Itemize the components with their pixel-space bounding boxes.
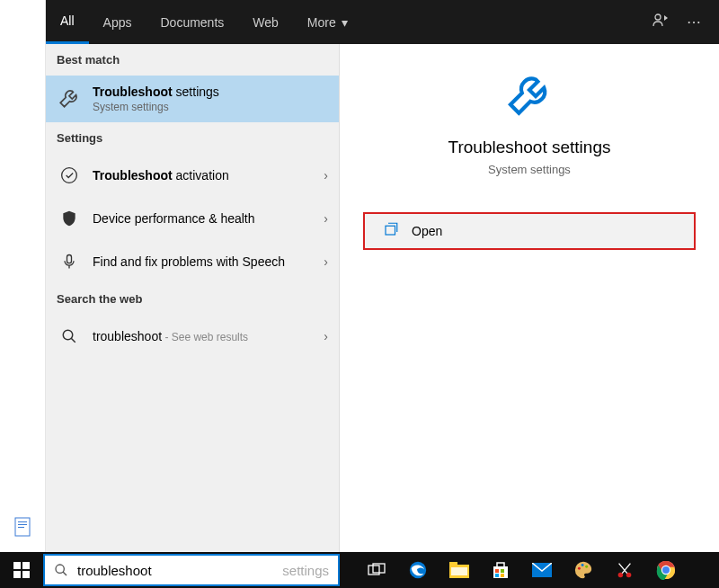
svg-rect-22	[495, 569, 499, 573]
wrench-icon	[57, 86, 82, 111]
svg-rect-9	[13, 562, 21, 569]
search-icon	[57, 324, 82, 349]
wrench-large-icon	[504, 71, 555, 121]
left-strip	[0, 0, 46, 552]
result-device-performance[interactable]: Device performance & health ›	[46, 197, 339, 240]
svg-point-13	[56, 565, 64, 573]
search-icon	[54, 563, 68, 577]
paint-icon[interactable]	[566, 552, 600, 588]
chevron-right-icon: ›	[324, 254, 328, 269]
detail-title: Troubleshoot settings	[448, 138, 611, 157]
open-action[interactable]: Open	[363, 212, 696, 250]
store-icon[interactable]	[484, 552, 518, 588]
result-web-troubleshoot[interactable]: troubleshoot - See web results ›	[46, 315, 339, 358]
section-settings: Settings	[46, 122, 339, 154]
search-hint: settings	[282, 563, 329, 578]
chevron-right-icon: ›	[324, 211, 328, 226]
result-speech-problems[interactable]: Find and fix problems with Speech ›	[46, 240, 339, 283]
chevron-right-icon: ›	[324, 329, 328, 343]
section-search-web: Search the web	[46, 283, 339, 315]
result-troubleshoot-settings[interactable]: Troubleshoot settings System settings	[46, 76, 339, 122]
taskbar-search-box[interactable]: settings	[43, 554, 340, 586]
svg-point-29	[585, 566, 588, 568]
svg-rect-25	[501, 574, 504, 577]
svg-rect-6	[67, 255, 72, 263]
svg-rect-21	[497, 563, 504, 567]
chevron-right-icon: ›	[324, 168, 328, 183]
svg-rect-12	[22, 571, 30, 578]
file-explorer-icon[interactable]	[442, 552, 476, 588]
svg-rect-10	[22, 562, 30, 569]
search-input[interactable]	[77, 563, 277, 578]
svg-rect-3	[18, 527, 24, 528]
detail-panel: Troubleshoot settings System settings Op…	[340, 44, 719, 552]
mail-icon[interactable]	[525, 552, 559, 588]
svg-point-5	[62, 168, 77, 183]
task-view-icon[interactable]	[360, 552, 394, 588]
edge-icon[interactable]	[401, 552, 435, 588]
more-options-icon[interactable]: ⋯	[687, 13, 701, 31]
svg-rect-11	[13, 571, 21, 578]
detail-subtitle: System settings	[488, 163, 571, 176]
svg-rect-2	[18, 524, 27, 525]
svg-rect-8	[386, 226, 395, 235]
tab-apps[interactable]: Apps	[89, 0, 146, 44]
chevron-down-icon: ▾	[342, 15, 348, 30]
open-label: Open	[412, 224, 442, 238]
section-best-match: Best match	[46, 44, 339, 76]
taskbar: settings	[0, 552, 719, 588]
microphone-icon	[57, 249, 82, 274]
snip-icon[interactable]	[608, 552, 642, 588]
search-results-panel: Best match Troubleshoot settings System …	[46, 44, 340, 552]
tab-more[interactable]: More ▾	[293, 0, 362, 44]
svg-rect-24	[495, 574, 499, 577]
shield-icon	[57, 206, 82, 231]
tab-all[interactable]: All	[46, 0, 89, 44]
open-icon	[383, 221, 399, 241]
tab-web[interactable]: Web	[238, 0, 293, 44]
result-troubleshoot-activation[interactable]: Troubleshoot activation ›	[46, 154, 339, 197]
svg-rect-18	[449, 562, 457, 566]
svg-rect-1	[18, 521, 27, 522]
chrome-icon[interactable]	[649, 552, 683, 588]
start-button[interactable]	[0, 552, 43, 588]
svg-point-28	[581, 564, 584, 566]
check-circle-icon	[57, 163, 82, 188]
svg-point-7	[63, 330, 73, 340]
document-icon	[8, 512, 37, 541]
svg-rect-19	[451, 567, 467, 575]
svg-point-4	[655, 14, 661, 20]
svg-point-27	[578, 567, 581, 570]
svg-rect-23	[501, 569, 504, 573]
search-tabs: All Apps Documents Web More ▾ ⋯	[46, 0, 719, 44]
tab-documents[interactable]: Documents	[146, 0, 238, 44]
feedback-icon[interactable]	[652, 13, 669, 32]
